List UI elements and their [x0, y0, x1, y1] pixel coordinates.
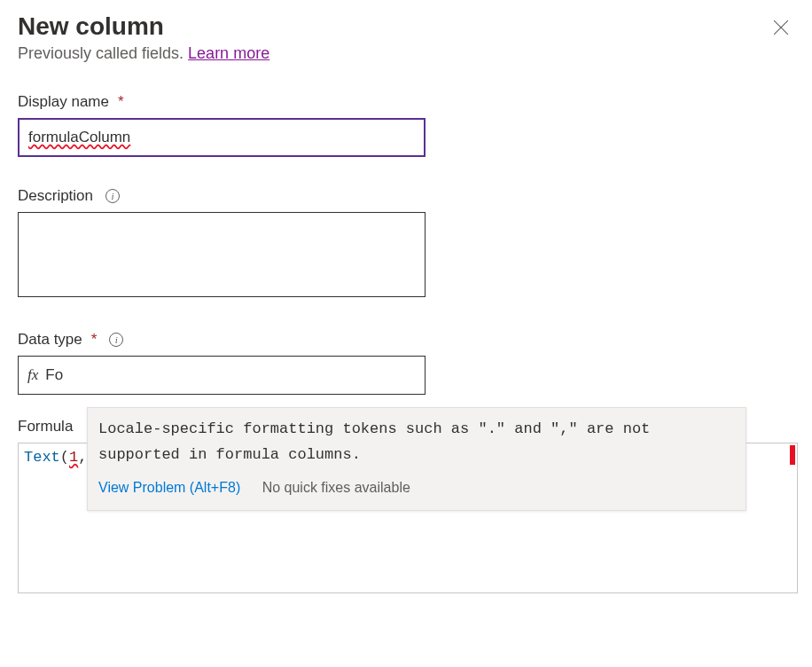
description-input[interactable]: [18, 212, 426, 297]
display-name-label: Display name*: [18, 93, 794, 111]
tooltip-actions: View Problem (Alt+F8) No quick fixes ava…: [98, 475, 735, 499]
data-type-label: Data type* i: [18, 331, 794, 349]
info-icon[interactable]: i: [109, 333, 123, 347]
formula-label-text: Formula: [18, 418, 73, 436]
display-name-label-text: Display name: [18, 93, 109, 111]
display-name-group: Display name* formulaColumn: [18, 93, 794, 157]
close-button[interactable]: [771, 18, 791, 37]
panel-title: New column: [18, 12, 794, 41]
error-tooltip: Locale-specific formatting tokens such a…: [87, 407, 746, 511]
close-icon: [773, 20, 789, 35]
description-label: Description i: [18, 187, 794, 205]
new-column-panel: New column Previously called fields. Lea…: [0, 0, 812, 611]
learn-more-link[interactable]: Learn more: [188, 44, 269, 62]
formula-func: Text: [24, 449, 60, 466]
formula-comma: ,: [78, 449, 87, 466]
error-marker: [790, 445, 795, 465]
view-problem-link[interactable]: View Problem (Alt+F8): [98, 480, 240, 495]
data-type-value: Fo: [45, 366, 416, 384]
display-name-value: formulaColumn: [28, 129, 130, 146]
data-type-label-text: Data type: [18, 331, 82, 349]
tooltip-message: Locale-specific formatting tokens such a…: [98, 417, 735, 468]
formula-arg1: 1: [69, 449, 78, 466]
panel-subtitle: Previously called fields. Learn more: [18, 44, 794, 63]
formula-open-paren: (: [60, 449, 69, 466]
data-type-group: Data type* i fx Fo: [18, 331, 794, 395]
required-asterisk: *: [118, 93, 124, 111]
data-type-select[interactable]: fx Fo: [18, 356, 426, 395]
no-quick-fix-text: No quick fixes available: [262, 480, 410, 495]
description-group: Description i: [18, 187, 794, 301]
info-icon[interactable]: i: [105, 189, 120, 203]
subtitle-text: Previously called fields.: [18, 44, 188, 62]
description-label-text: Description: [18, 187, 93, 205]
required-asterisk: *: [91, 331, 98, 349]
fx-icon: fx: [27, 366, 38, 384]
display-name-input[interactable]: formulaColumn: [18, 118, 426, 157]
